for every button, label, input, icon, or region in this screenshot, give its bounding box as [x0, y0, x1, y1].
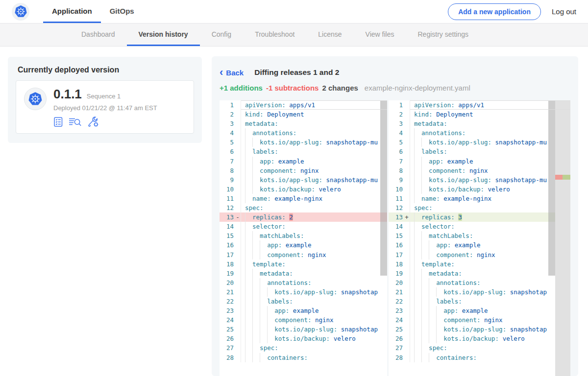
code-line: 6 labels:	[220, 147, 387, 156]
code-line: 16 app: example	[220, 240, 387, 250]
code-line: 23 app: example	[220, 306, 387, 315]
diff-releases-card: ‹ Back Diffing releases 1 and 2 +1 addit…	[212, 56, 578, 376]
top-tab-application[interactable]: Application	[43, 0, 101, 23]
code-line: 20 annotations:	[220, 278, 387, 287]
code-line: 19 metadata:	[220, 269, 387, 278]
code-line: 13- replicas: 2	[220, 212, 387, 222]
diff-title: Diffing releases 1 and 2	[254, 68, 339, 77]
code-line: 9 kots.io/app-slug: snapshotapp-mu	[220, 175, 387, 185]
subnav-tab-dashboard[interactable]: Dashboard	[70, 24, 127, 46]
subnav-tab-registry-settings[interactable]: Registry settings	[406, 24, 480, 46]
code-line: 1apiVersion: apps/v1	[220, 100, 387, 110]
subnav-tab-config[interactable]: Config	[200, 24, 243, 46]
code-line: 25 kots.io/app-slug: snapshotap	[220, 325, 387, 334]
code-line: 23 app: example	[389, 306, 570, 315]
code-line: 24 component: nginx	[220, 315, 387, 325]
code-line: 28 containers:	[220, 353, 387, 362]
code-line: 22 labels:	[389, 297, 570, 306]
back-link[interactable]: ‹ Back	[220, 69, 244, 77]
view-logs-icon[interactable]	[69, 117, 82, 127]
code-line: 2kind: Deployment	[220, 110, 387, 119]
code-line: 26 kots.io/backup: velero	[220, 334, 387, 343]
code-line: 1apiVersion: apps/v1	[389, 100, 570, 110]
code-line: 28 containers:	[389, 353, 570, 362]
code-line: 21 kots.io/app-slug: snapshotap	[220, 287, 387, 297]
kubernetes-logo-icon	[12, 3, 29, 21]
deployed-sequence-label: Sequence 1	[87, 93, 121, 100]
diff-editor: 1apiVersion: apps/v12kind: Deployment3me…	[220, 100, 570, 376]
code-line: 11 name: example-nginx	[220, 194, 387, 203]
subnav-tab-view-files[interactable]: View files	[354, 24, 406, 46]
add-new-application-button[interactable]: Add a new application	[448, 3, 541, 20]
code-line: 10 kots.io/backup: velero	[220, 185, 387, 194]
code-line: 14 selector:	[389, 222, 570, 231]
code-line: 16 app: example	[389, 240, 570, 250]
checklist-icon[interactable]	[53, 117, 64, 127]
deployed-timestamp: Deployed 01/21/22 @ 11:47 am EST	[53, 104, 157, 112]
deployed-version-number: 0.1.1	[53, 88, 82, 100]
code-line: 26 kots.io/backup: velero	[389, 334, 570, 343]
code-line: 12spec:	[220, 203, 387, 212]
code-line: 18 template:	[220, 259, 387, 269]
code-line: 22 labels:	[220, 297, 387, 306]
code-line: 11 name: example-nginx	[389, 194, 570, 203]
code-line: 27 spec:	[220, 343, 387, 352]
code-line: 18 template:	[389, 259, 570, 269]
logout-link[interactable]: Log out	[552, 7, 576, 16]
code-line: 7 app: example	[389, 157, 570, 166]
app-kubernetes-icon	[24, 88, 47, 110]
deployed-version-tile: 0.1.1 Sequence 1 Deployed 01/21/22 @ 11:…	[16, 80, 194, 134]
additions-count: +1 additions	[220, 84, 263, 92]
code-line: 19 metadata:	[389, 269, 570, 278]
code-line: 17 component: nginx	[389, 250, 570, 259]
top-tab-gitops[interactable]: GitOps	[101, 0, 143, 23]
app-subnav: DashboardVersion historyConfigTroublesho…	[0, 24, 588, 47]
subnav-tab-troubleshoot[interactable]: Troubleshoot	[243, 24, 306, 46]
code-line: 4 annotations:	[389, 128, 570, 138]
code-line: 27 spec:	[389, 343, 570, 352]
diff-filename: example-nginx-deployment.yaml	[365, 84, 470, 92]
code-line: 20 annotations:	[389, 278, 570, 287]
code-line: 24 component: nginx	[389, 315, 570, 325]
code-line: 3metadata:	[389, 119, 570, 128]
code-line: 13+ replicas: 3	[389, 212, 570, 222]
code-line: 10 kots.io/backup: velero	[389, 185, 570, 194]
code-line: 7 app: example	[220, 157, 387, 166]
code-line: 6 labels:	[389, 147, 570, 156]
currently-deployed-card: Currently deployed version 0.1	[8, 57, 202, 143]
top-navbar: ApplicationGitOps Add a new application …	[0, 0, 588, 24]
code-line: 3metadata:	[220, 119, 387, 128]
code-line: 8 component: nginx	[220, 166, 387, 175]
diff-panel-original: 1apiVersion: apps/v12kind: Deployment3me…	[220, 100, 387, 376]
code-line: 15 matchLabels:	[389, 231, 570, 240]
subnav-tab-license[interactable]: License	[306, 24, 353, 46]
changes-count: 2 changes	[322, 84, 358, 92]
deployed-card-title: Currently deployed version	[8, 57, 202, 80]
subnav-tab-version-history[interactable]: Version history	[127, 24, 200, 46]
code-line: 17 component: nginx	[220, 250, 387, 259]
subtractions-count: -1 subtractions	[266, 84, 319, 92]
diff-panel-modified: 1apiVersion: apps/v12kind: Deployment3me…	[389, 100, 570, 376]
code-line: 9 kots.io/app-slug: snapshotapp-mu	[389, 175, 570, 185]
top-tabs: ApplicationGitOps	[43, 0, 143, 23]
code-line: 5 kots.io/app-slug: snapshotapp-mu	[220, 138, 387, 147]
code-line: 15 matchLabels:	[220, 231, 387, 240]
code-line: 12spec:	[389, 203, 570, 212]
code-line: 21 kots.io/app-slug: snapshotap	[389, 287, 570, 297]
main-content: Currently deployed version 0.1	[0, 47, 588, 376]
chevron-left-icon: ‹	[220, 69, 223, 76]
code-line: 25 kots.io/app-slug: snapshotap	[389, 325, 570, 334]
code-line: 8 component: nginx	[389, 166, 570, 175]
code-line: 14 selector:	[220, 222, 387, 231]
code-line: 2kind: Deployment	[389, 110, 570, 119]
code-line: 4 annotations:	[220, 128, 387, 138]
config-tools-icon[interactable]	[87, 116, 99, 127]
code-line: 5 kots.io/app-slug: snapshotapp-mu	[389, 138, 570, 147]
diff-stats: +1 additions -1 subtractions 2 changes e…	[220, 84, 570, 92]
